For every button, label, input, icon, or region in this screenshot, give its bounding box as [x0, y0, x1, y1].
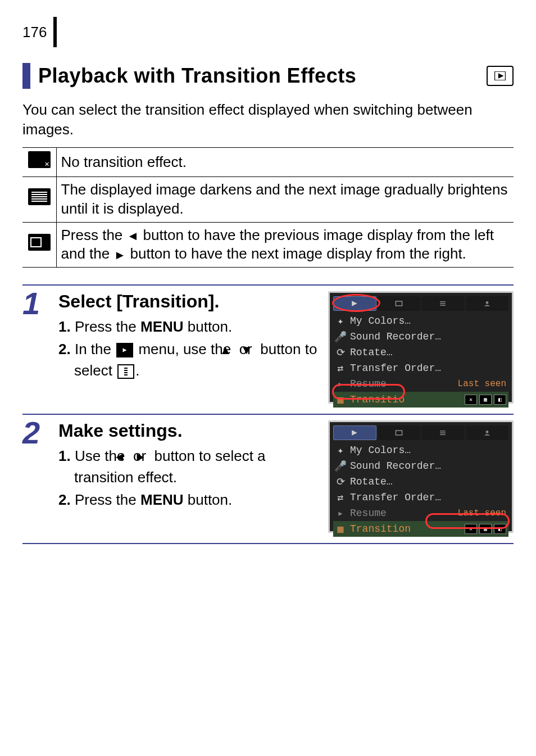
effects-table: No transition effect. The displayed imag… [22, 147, 514, 268]
effect-row-slide: Press the ◄ button to have the previous … [22, 222, 514, 268]
right-arrow-icon: ► [113, 249, 126, 261]
svg-point-5 [485, 301, 488, 304]
tab-mycamera [466, 425, 509, 440]
tab-setup [421, 425, 465, 440]
menu-rotate: ⟳Rotate… [333, 474, 508, 490]
title-left: Playback with Transition Effects [22, 63, 356, 89]
playback-mode-icon [487, 66, 514, 86]
step-1-title: Select [Transition]. [58, 291, 319, 312]
menu-screenshot-2: ✦My Colors… 🎤Sound Recorder… ⟳Rotate… ⇄T… [328, 420, 514, 533]
page-number-rule [53, 17, 57, 47]
slide-transition-icon [28, 234, 51, 251]
red-highlight-transition [332, 384, 405, 400]
red-highlight-tab [332, 294, 380, 312]
slide-post: button to have the next image display fr… [130, 245, 466, 262]
effect-dissolve-text: The displayed image darkens and the next… [56, 176, 514, 222]
step-2: 2 Make settings. 1. Use the ◄ or ► butto… [22, 414, 514, 543]
playback-menu-icon [116, 343, 133, 357]
svg-point-8 [485, 431, 488, 433]
step-2-a: 1. Use the ◄ or ► button to select a tra… [58, 446, 319, 488]
step-1: 1 Select [Transition]. 1. Press the MENU… [22, 284, 514, 414]
svg-rect-4 [396, 301, 402, 306]
red-highlight-options [425, 513, 510, 529]
slide-pre: Press the [61, 227, 127, 243]
title-row: Playback with Transition Effects [22, 63, 514, 89]
svg-rect-7 [396, 431, 402, 435]
effect-slide-text: Press the ◄ button to have the previous … [56, 222, 514, 268]
menu-my-colors: ✦My Colors… [333, 442, 508, 458]
step-1-a: 1. Press the MENU button. [58, 316, 319, 338]
page-title: Playback with Transition Effects [38, 64, 356, 88]
tab-setup [421, 296, 465, 311]
page-number: 176 [22, 24, 52, 41]
left-arrow-icon: ◄ [127, 230, 139, 242]
effect-none-text: No transition effect. [56, 148, 514, 177]
tab-print [378, 296, 421, 311]
section-end-rule [22, 543, 514, 544]
tab-playback [333, 425, 376, 440]
effect-row-none: No transition effect. [22, 148, 514, 177]
menu-screenshot-1: ✦My Colors… 🎤Sound Recorder… ⟳Rotate… ⇄T… [328, 291, 514, 404]
svg-marker-2 [123, 348, 127, 352]
intro-text: You can select the transition effect dis… [22, 100, 514, 139]
transition-menu-icon [117, 364, 134, 379]
step-1-b: 2. In the menu, use the ▲ or ▼ button to… [58, 339, 319, 381]
step-2-b: 2. Press the MENU button. [58, 490, 319, 511]
menu-transfer-order: ⇄Transfer Order… [333, 490, 508, 505]
dissolve-transition-icon [28, 188, 51, 205]
menu-transfer-order: ⇄Transfer Order… [333, 360, 508, 376]
title-accent-bar [22, 63, 30, 89]
menu-rotate: ⟳Rotate… [333, 345, 508, 360]
tab-mycamera [466, 296, 509, 311]
svg-marker-6 [352, 430, 357, 436]
effect-row-dissolve: The displayed image darkens and the next… [22, 176, 514, 222]
tab-print [378, 425, 421, 440]
svg-marker-1 [498, 73, 504, 79]
step-2-title: Make settings. [58, 420, 319, 441]
no-transition-icon [28, 151, 51, 168]
step-2-number: 2 [22, 415, 54, 543]
menu-my-colors: ✦My Colors… [333, 313, 508, 329]
menu-sound-recorder: 🎤Sound Recorder… [333, 458, 508, 474]
step-1-number: 1 [22, 286, 54, 414]
page-number-block: 176 [22, 17, 514, 47]
menu-sound-recorder: 🎤Sound Recorder… [333, 329, 508, 345]
